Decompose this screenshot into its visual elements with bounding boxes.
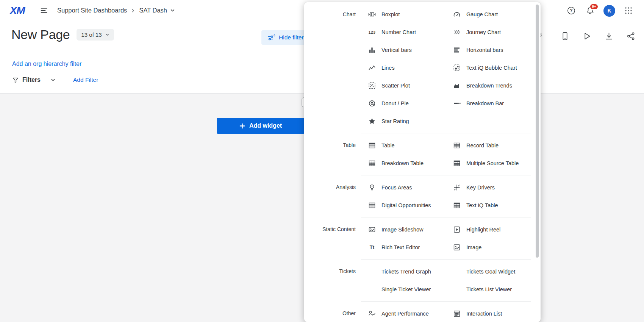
widget-item-label: Tickets Trend Graph <box>381 269 431 275</box>
widget-item-breakdown-table[interactable]: Breakdown Table <box>361 154 446 172</box>
filters-label: Filters <box>22 77 41 83</box>
widget-item-agent-performance[interactable]: Agent Performance <box>361 305 446 322</box>
widget-item-breakdown-bar[interactable]: Breakdown Bar <box>446 94 531 112</box>
widget-item-tickets-goal-widget[interactable]: Tickets Goal Widget <box>446 263 531 280</box>
table-icon <box>368 141 376 150</box>
widget-item-record-table[interactable]: Record Table <box>446 136 531 154</box>
widget-item-journey-chart[interactable]: Journey Chart <box>446 23 531 41</box>
widget-item-label: Breakdown Bar <box>466 100 504 106</box>
user-avatar[interactable]: K <box>603 5 615 17</box>
share-icon[interactable] <box>625 30 636 42</box>
panel-section-chart: ChartBoxplotGauge Chart123Number ChartJo… <box>304 2 541 133</box>
dashboard-selector-chevron-icon[interactable] <box>170 8 175 13</box>
hamburger-menu-icon[interactable] <box>38 5 50 16</box>
add-filter-link[interactable]: Add Filter <box>73 77 98 83</box>
panel-section-items: Focus AreasKey DriversDigital Opportunit… <box>361 175 531 217</box>
widget-item-table[interactable]: Table <box>361 136 446 154</box>
notifications-bell-icon[interactable]: 9+ <box>585 5 596 16</box>
agent-performance-icon <box>368 309 376 318</box>
panel-category-label: Tickets <box>304 259 361 301</box>
widget-item-single-ticket-viewer[interactable]: Single Ticket Viewer <box>361 280 446 298</box>
help-icon[interactable]: ? <box>566 5 577 16</box>
panel-category-label: Analysis <box>304 175 361 217</box>
filter-funnel-icon <box>12 77 19 83</box>
widget-item-label: Image <box>466 244 481 250</box>
filters-chevron-down-icon[interactable] <box>50 77 56 83</box>
page-selector-dropdown[interactable]: 13 of 13 <box>77 29 114 41</box>
widget-item-highlight-reel[interactable]: Highlight Reel <box>446 220 531 238</box>
widget-item-label: Focus Areas <box>381 184 412 191</box>
widget-item-text-iq-bubble-chart[interactable]: Text iQ Bubble Chart <box>446 59 531 77</box>
widget-item-image-slideshow[interactable]: Image Slideshow <box>361 220 446 238</box>
widget-item-scatter-plot[interactable]: Scatter Plot <box>361 77 446 94</box>
panel-category-label: Table <box>304 133 361 175</box>
widget-item-key-drivers[interactable]: Key Drivers <box>446 178 531 196</box>
vertical-bars-icon <box>368 46 376 54</box>
panel-section-analysis: AnalysisFocus AreasKey DriversDigital Op… <box>304 175 541 217</box>
download-icon[interactable] <box>603 30 614 42</box>
rich-text-editor-icon: Tt <box>368 243 376 252</box>
widget-picker-panel: ChartBoxplotGauge Chart123Number ChartJo… <box>304 2 541 322</box>
apps-grid-icon[interactable] <box>623 5 634 16</box>
header-actions <box>533 30 636 42</box>
widget-item-interaction-list[interactable]: Interaction List <box>446 305 531 322</box>
widget-item-label: Text iQ Bubble Chart <box>466 65 517 71</box>
widget-item-label: Donut / Pie <box>381 100 409 106</box>
panel-sections: ChartBoxplotGauge Chart123Number ChartJo… <box>304 2 541 322</box>
breadcrumb-root[interactable]: Support Site Dashboards <box>57 7 127 14</box>
widget-item-multiple-source-table[interactable]: Multiple Source Table <box>446 154 531 172</box>
interaction-list-icon <box>453 309 461 318</box>
widget-item-star-rating[interactable]: Star Rating <box>361 112 446 130</box>
widget-item-tickets-list-viewer[interactable]: Tickets List Viewer <box>446 280 531 298</box>
no-icon <box>368 267 376 276</box>
widget-item-donut-pie[interactable]: Donut / Pie <box>361 94 446 112</box>
panel-section-items: Image SlideshowHighlight ReelTtRich Text… <box>361 217 531 259</box>
add-widget-button[interactable]: Add widget <box>217 118 305 134</box>
widget-item-breakdown-trends[interactable]: Breakdown Trends <box>446 77 531 94</box>
widget-item-rich-text-editor[interactable]: TtRich Text Editor <box>361 238 446 256</box>
mobile-preview-icon[interactable] <box>559 30 571 42</box>
widget-item-tickets-trend-graph[interactable]: Tickets Trend Graph <box>361 263 446 280</box>
scrollbar-thumb[interactable] <box>536 5 539 258</box>
text-iq-table-icon <box>453 201 461 209</box>
widget-item-label: Text iQ Table <box>466 202 498 208</box>
panel-scrollbar[interactable] <box>535 3 539 321</box>
widget-item-focus-areas[interactable]: Focus Areas <box>361 178 446 196</box>
widget-item-gauge-chart[interactable]: Gauge Chart <box>446 5 531 23</box>
widget-item-horizontal-bars[interactable]: Horizontal bars <box>446 41 531 59</box>
add-widget-label: Add widget <box>249 122 282 129</box>
widget-item-label: Agent Performance <box>381 311 429 317</box>
widget-item-label: Star Rating <box>381 118 409 124</box>
panel-section-static-content: Static ContentImage SlideshowHighlight R… <box>304 217 541 259</box>
widget-item-label: Highlight Reel <box>466 227 500 233</box>
widget-item-digital-opportunities[interactable]: Digital Opportunities <box>361 196 446 214</box>
widget-item-number-chart[interactable]: 123Number Chart <box>361 23 446 41</box>
panel-category-label: Chart <box>304 2 361 133</box>
record-table-icon <box>453 141 461 150</box>
widget-item-label: Breakdown Trends <box>466 83 512 89</box>
widget-item-lines[interactable]: Lines <box>361 59 446 77</box>
widget-item-text-iq-table[interactable]: Text iQ Table <box>446 196 531 214</box>
panel-section-items: BoxplotGauge Chart123Number ChartJourney… <box>361 2 531 133</box>
horizontal-bars-icon <box>453 46 461 54</box>
widget-item-label: Horizontal bars <box>466 47 503 53</box>
xm-logo[interactable]: XM <box>10 5 25 17</box>
widget-item-label: Scatter Plot <box>381 83 410 89</box>
lines-icon <box>368 64 376 72</box>
widget-item-label: Single Ticket Viewer <box>381 286 431 292</box>
journey-chart-icon <box>453 28 461 36</box>
widget-item-label: Tickets Goal Widget <box>466 269 515 275</box>
widget-item-label: Lines <box>381 65 395 71</box>
page-title: New Page <box>11 27 70 42</box>
widget-item-label: Boxplot <box>381 11 400 17</box>
breadcrumb-current[interactable]: SAT Dash <box>139 7 167 14</box>
widget-item-label: Image Slideshow <box>381 227 423 233</box>
widget-item-vertical-bars[interactable]: Vertical bars <box>361 41 446 59</box>
widget-item-image[interactable]: Image <box>446 238 531 256</box>
breakdown-trends-icon <box>453 81 461 90</box>
widget-item-boxplot[interactable]: Boxplot <box>361 5 446 23</box>
breadcrumb: Support Site Dashboards SAT Dash <box>57 7 175 14</box>
plus-icon <box>239 123 245 129</box>
add-org-hierarchy-filter-link[interactable]: Add an org hierarchy filter <box>12 61 81 67</box>
play-icon[interactable] <box>581 30 592 42</box>
